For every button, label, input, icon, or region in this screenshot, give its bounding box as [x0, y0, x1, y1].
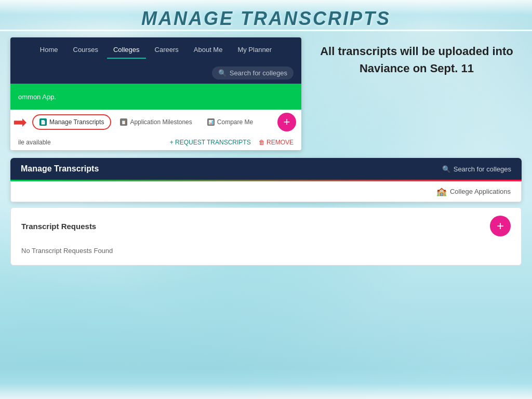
- add-button-screenshot[interactable]: +: [277, 113, 296, 131]
- search-icon: 🔍: [218, 69, 227, 77]
- bottom-bar-text: ile available: [18, 139, 51, 146]
- nav-home[interactable]: Home: [34, 42, 64, 59]
- green-banner-text: ommon App.: [18, 93, 56, 101]
- nav-careers[interactable]: Careers: [149, 42, 185, 59]
- panel-search-icon: 🔍: [442, 165, 450, 173]
- add-transcript-button[interactable]: +: [490, 216, 511, 236]
- manage-transcripts-title: Manage Transcripts: [21, 164, 99, 174]
- green-banner: ommon App.: [10, 84, 301, 110]
- manage-transcripts-icon: 📄: [39, 118, 47, 126]
- transcript-empty-message: No Transcript Requests Found: [11, 244, 521, 265]
- nav-my-planner[interactable]: My Planner: [231, 42, 278, 59]
- application-milestones-icon: 📋: [120, 118, 127, 126]
- nav-courses[interactable]: Courses: [67, 42, 104, 59]
- request-transcripts-button[interactable]: + REQUEST TRANSCRIPTS: [170, 139, 251, 146]
- page-title: MANAGE TRANSCRIPTS: [10, 8, 522, 30]
- search-input-mock[interactable]: 🔍 Search for colleges: [212, 66, 294, 79]
- tab-manage-transcripts-label: Manage Transcripts: [49, 118, 104, 126]
- tab-manage-transcripts[interactable]: 📄 Manage Transcripts: [32, 114, 111, 130]
- red-arrow-icon: ➡: [13, 112, 27, 132]
- nav-bar: Home Courses Colleges Careers About Me M…: [10, 37, 301, 62]
- panel-search[interactable]: 🔍 Search for colleges: [442, 165, 511, 173]
- search-placeholder-text: Search for colleges: [230, 69, 287, 77]
- info-panel: All transcripts will be uploaded into Na…: [312, 37, 522, 77]
- transcript-requests-panel: Transcript Requests + No Transcript Requ…: [10, 207, 522, 265]
- tab-application-milestones-label: Application Milestones: [130, 118, 192, 126]
- red-arrow-container: ➡: [13, 112, 30, 132]
- search-bar-section: 🔍 Search for colleges: [10, 62, 301, 84]
- college-applications-link[interactable]: 🏫 College Applications: [436, 187, 511, 196]
- college-applications-label: College Applications: [450, 188, 511, 195]
- naviance-top-screenshot: Home Courses Colleges Careers About Me M…: [10, 37, 301, 150]
- naviance-bottom-section: Manage Transcripts 🔍 Search for colleges…: [10, 158, 522, 265]
- manage-transcripts-header: Manage Transcripts 🔍 Search for colleges: [10, 158, 522, 180]
- compare-me-icon: 📊: [207, 118, 215, 126]
- college-applications-icon: 🏫: [436, 187, 447, 196]
- tab-compare-me[interactable]: 📊 Compare Me: [201, 115, 259, 129]
- info-text: All transcripts will be uploaded into Na…: [312, 43, 522, 77]
- remove-button[interactable]: 🗑 REMOVE: [259, 139, 294, 146]
- screenshot-area: Home Courses Colleges Careers About Me M…: [10, 37, 301, 150]
- transcript-requests-header: Transcript Requests +: [11, 208, 521, 244]
- college-applications-bar: 🏫 College Applications: [10, 181, 522, 202]
- nav-colleges[interactable]: Colleges: [107, 42, 146, 59]
- tab-compare-me-label: Compare Me: [217, 118, 253, 126]
- tabs-row: 📄 Manage Transcripts 📋 Application Miles…: [30, 110, 299, 135]
- transcript-requests-title: Transcript Requests: [21, 222, 96, 231]
- tab-application-milestones[interactable]: 📋 Application Milestones: [114, 115, 198, 129]
- screenshot-bottom-bar: ile available + REQUEST TRANSCRIPTS 🗑 RE…: [10, 135, 301, 150]
- nav-about-me[interactable]: About Me: [188, 42, 229, 59]
- panel-search-label: Search for colleges: [454, 165, 511, 173]
